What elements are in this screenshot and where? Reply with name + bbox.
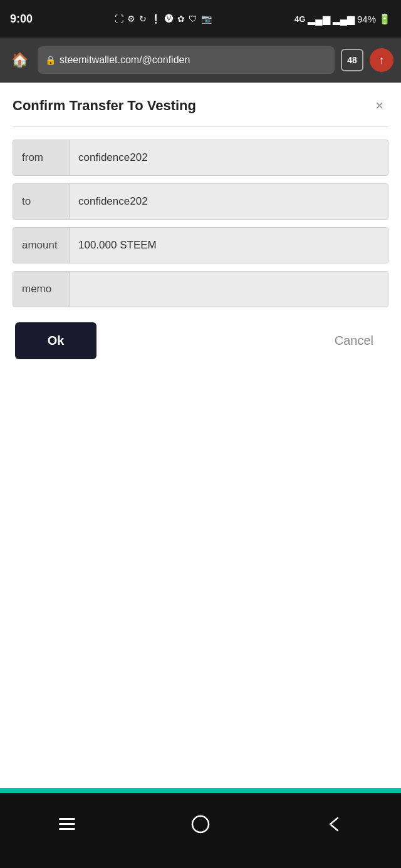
status-bar: 9:00 ⛶ ⚙ ↻ ❕ 🅥 ✿ 🛡 📷 4G ▂▄▆ ▂▄▆ 94% 🔋 (0, 0, 401, 38)
dialog-title: Confirm Transfer To Vesting (13, 98, 196, 114)
memo-label: memo (13, 272, 70, 307)
browser-content: Confirm Transfer To Vesting × from confi… (0, 83, 401, 788)
status-icons: ⛶ ⚙ ↻ ❕ 🅥 ✿ 🛡 📷 (115, 14, 212, 24)
amount-label: amount (13, 228, 70, 263)
network-type: 4G (294, 14, 305, 24)
divider (13, 126, 388, 127)
lock-icon: 🔒 (45, 55, 56, 65)
misc-icon: ✿ (177, 14, 185, 24)
cancel-button[interactable]: Cancel (322, 322, 386, 359)
to-value: confidence202 (70, 184, 388, 219)
svg-rect-3 (192, 816, 209, 832)
status-right: 4G ▂▄▆ ▂▄▆ 94% 🔋 (294, 13, 391, 25)
memo-value[interactable] (70, 272, 388, 307)
amount-field-row: amount 100.000 STEEM (13, 227, 388, 263)
home-button[interactable]: 🏠 (8, 48, 31, 72)
svg-rect-1 (59, 823, 75, 825)
ok-button[interactable]: Ok (15, 322, 96, 359)
to-field-row: to confidence202 (13, 183, 388, 220)
settings-icon: ⚙ (127, 14, 135, 24)
dialog: Confirm Transfer To Vesting × from confi… (0, 83, 401, 378)
back-button[interactable] (315, 805, 353, 843)
memo-field-row: memo (13, 271, 388, 307)
nav-bar (0, 793, 401, 868)
home-nav-button[interactable] (182, 805, 219, 843)
to-label: to (13, 184, 70, 219)
shield-icon: 🛡 (189, 14, 197, 24)
refresh-icon: ↻ (139, 14, 147, 24)
url-text: steemitwallet.com/@confiden (60, 54, 190, 66)
close-button[interactable]: × (370, 95, 388, 116)
browser-bottom-bar (0, 788, 401, 793)
signal-bars-2: ▂▄▆ (333, 13, 355, 25)
from-label: from (13, 140, 70, 175)
browser-bar: 🏠 🔒 steemitwallet.com/@confiden 48 ↑ (0, 38, 401, 83)
signal-bars: ▂▄▆ (308, 13, 330, 25)
exclaim-icon: ❕ (150, 14, 161, 24)
dialog-title-row: Confirm Transfer To Vesting × (13, 95, 388, 116)
svg-rect-2 (59, 828, 75, 830)
address-bar[interactable]: 🔒 steemitwallet.com/@confiden (38, 46, 335, 74)
buttons-row: Ok Cancel (13, 322, 388, 359)
battery-icon: 🔋 (378, 13, 391, 25)
recent-apps-button[interactable] (48, 805, 86, 843)
tab-count[interactable]: 48 (341, 49, 363, 71)
notification-icon-1: ⛶ (115, 14, 123, 24)
battery-percent: 94% (357, 14, 376, 24)
upload-button[interactable]: ↑ (370, 48, 393, 72)
status-time: 9:00 (10, 13, 33, 26)
camera-icon: 📷 (201, 14, 212, 24)
from-field-row: from confidence202 (13, 140, 388, 176)
from-value: confidence202 (70, 140, 388, 175)
v-icon: 🅥 (165, 14, 174, 24)
svg-rect-0 (59, 818, 75, 820)
amount-value: 100.000 STEEM (70, 228, 388, 263)
